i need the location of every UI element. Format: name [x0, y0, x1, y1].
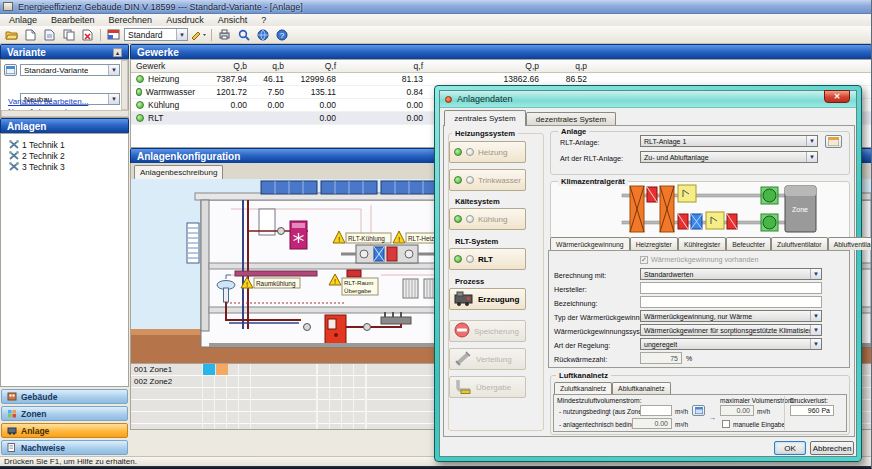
edit-dropdown-icon[interactable] — [190, 27, 207, 42]
tab-heizregister[interactable]: Heizregister — [630, 237, 678, 250]
search-icon[interactable] — [235, 27, 252, 42]
tab-zuluftventilator[interactable]: Zuluftventilator — [771, 237, 828, 250]
chevron-down-icon: ▼ — [810, 311, 821, 321]
wrg-vorhanden-checkbox[interactable]: ✓ — [640, 256, 648, 264]
menu-bearbeiten[interactable]: Bearbeiten — [44, 15, 102, 25]
tab-zuluftkanalnetz[interactable]: Zuluftkanalnetz — [554, 382, 612, 394]
anlagendaten-dialog: Anlagendaten ✕ zentrales System dezentra… — [434, 85, 862, 462]
variante-hscrollbar[interactable] — [1, 110, 129, 117]
ok-button[interactable]: OK — [774, 441, 806, 455]
tab-anlagenbeschreibung[interactable]: Anlagenbeschreibung — [134, 165, 223, 179]
nav-nachweise[interactable]: Nachweise — [1, 440, 128, 455]
berechnung-mit-select[interactable]: Standardwerten▼ — [640, 268, 822, 280]
button-trinkwasser[interactable]: Trinkwasser — [449, 169, 526, 191]
chilled-beam — [235, 271, 317, 276]
tree-item-technik3[interactable]: 3 Technik 3 — [1, 161, 128, 172]
bezeichnung-label: Bezeichnung: — [554, 299, 598, 308]
preheater — [647, 187, 657, 202]
button-heizung[interactable]: Heizung — [449, 141, 526, 163]
copy-icon[interactable] — [60, 27, 77, 42]
nav-zonen[interactable]: Zonen — [1, 406, 128, 421]
variant-table-icon[interactable] — [105, 27, 122, 42]
open-folder-icon[interactable] — [3, 27, 20, 42]
tab-abluftventilator[interactable]: Abluftventilator — [828, 237, 872, 250]
menu-ansicht[interactable]: Ansicht — [211, 15, 255, 25]
dialog-title-bar[interactable]: Anlagendaten ✕ — [440, 91, 856, 108]
manuelle-eingabe-checkbox[interactable] — [722, 420, 730, 428]
link-varianten-bearbeiten[interactable]: Varianten bearbeiten... — [8, 97, 88, 106]
tab-befeuchter[interactable]: Befeuchter — [726, 237, 771, 250]
tab-waermerueckgewinnung[interactable]: Wärmerückgewinnung — [550, 237, 630, 250]
variant-select[interactable]: Standard-Variante▼ — [20, 64, 120, 76]
tool-icon — [9, 151, 19, 160]
bezeichnung-input[interactable] — [640, 296, 822, 308]
open-document-icon[interactable] — [41, 27, 58, 42]
button-speicherung[interactable]: Speicherung — [449, 320, 526, 342]
menu-anlage[interactable]: Anlage — [2, 15, 44, 25]
zone-link-icon-button[interactable] — [692, 405, 705, 416]
variante-panel: Standard-Variante▼ Neubau▼ Varianten bea… — [0, 59, 129, 118]
button-rlt[interactable]: RLT — [449, 248, 526, 270]
chevron-down-icon: ▼ — [806, 136, 817, 146]
menu-help[interactable]: ? — [254, 15, 273, 25]
tree-item-technik1[interactable]: 1 Technik 1 — [1, 139, 128, 150]
globe-icon[interactable] — [254, 27, 271, 42]
rlt-anlage-select[interactable]: RLT-Anlage 1▼ — [640, 135, 818, 147]
nutzungsbedingt-input[interactable] — [640, 405, 672, 416]
close-icon[interactable]: ✕ — [824, 90, 850, 103]
help-icon[interactable]: ? — [273, 27, 290, 42]
rueckwaerme-input[interactable]: 75 — [640, 352, 682, 364]
menu-ausdruck[interactable]: Ausdruck — [159, 15, 211, 25]
variante-vscrollbar[interactable] — [121, 60, 128, 110]
rlt-anlage-label: RLT-Anlage: — [560, 138, 599, 147]
group-heizungssystem: Heizungssystem — [452, 129, 518, 138]
solar-panels — [261, 181, 437, 194]
typ-wrg-select[interactable]: Wärmerückgewinnung, nur Wärme▼ — [640, 310, 822, 322]
klima-group-label: Klimazentralgerät — [558, 177, 628, 186]
menu-berechnen[interactable]: Berechnen — [102, 15, 160, 25]
zone1-chips — [203, 364, 229, 375]
cancel-button[interactable]: Abbrechen — [810, 441, 854, 455]
toolbar-separator-2 — [211, 29, 212, 41]
button-uebergabe[interactable]: Übergabe — [449, 376, 526, 398]
reheater — [727, 214, 737, 229]
preset-select-value: Standard — [128, 30, 163, 40]
nav-anlage[interactable]: Anlage — [1, 423, 128, 438]
led-off-icon — [466, 215, 474, 223]
klima-schematic: Zone — [620, 184, 820, 236]
tab-abluftkanalnetz[interactable]: Abluftkanalnetz — [612, 382, 670, 394]
generator-icon — [454, 291, 474, 308]
button-verteilung[interactable]: Verteilung — [449, 348, 526, 370]
tab-kuehlregister[interactable]: Kühlregister — [678, 237, 726, 250]
tab-zentrales-system[interactable]: zentrales System — [444, 110, 526, 126]
preset-select[interactable]: Standard▼ — [124, 28, 188, 41]
anlagentechnisch-input[interactable]: 0.00 — [632, 418, 672, 429]
button-erzeugung[interactable]: Erzeugung — [449, 288, 526, 310]
svg-text:!: ! — [334, 278, 336, 285]
open-anlage-icon-button[interactable] — [825, 135, 842, 148]
group-rlt-system: RLT-System — [452, 237, 501, 246]
tab-dezentrales-system[interactable]: dezentrales System — [526, 112, 616, 126]
toolbar-separator — [100, 29, 101, 41]
button-kuehlung[interactable]: Kühlung — [449, 208, 526, 230]
variant-icon[interactable] — [4, 64, 17, 76]
wrg-system-select[interactable]: Wärmerückgewinner für sorptionsgestützte… — [640, 324, 822, 336]
anlagen-panel: 1 Technik 1 2 Technik 2 3 Technik 3 — [0, 133, 129, 387]
hersteller-input[interactable] — [640, 282, 822, 294]
chiller-unit — [290, 221, 307, 249]
print-icon[interactable] — [216, 27, 233, 42]
tree-item-technik2[interactable]: 2 Technik 2 — [1, 150, 128, 161]
max-volumenstrom-input[interactable]: 0.00 — [720, 405, 754, 416]
svg-text:?: ? — [279, 31, 284, 40]
new-document-icon[interactable] — [22, 27, 39, 42]
variante-title: Variante — [7, 47, 46, 58]
window-title: Energieeffizienz Gebäude DIN V 18599 ---… — [18, 2, 303, 12]
delete-document-icon[interactable] — [79, 27, 96, 42]
min-volumenstrom-label: Mindestzuluftvolumenstrom: — [557, 397, 642, 404]
druckverlust-input[interactable]: 960 Pa — [790, 405, 834, 416]
anlagentechnisch-label: - anlagentechnisch bedingt: — [559, 421, 639, 428]
art-regelung-select[interactable]: ungeregelt▼ — [640, 338, 822, 350]
nav-gebaeude[interactable]: Gebäude — [1, 389, 128, 404]
collapse-arrow-icon[interactable]: ▴ — [113, 48, 122, 57]
art-rlt-anlage-select[interactable]: Zu- und Abluftanlage▼ — [640, 151, 818, 163]
